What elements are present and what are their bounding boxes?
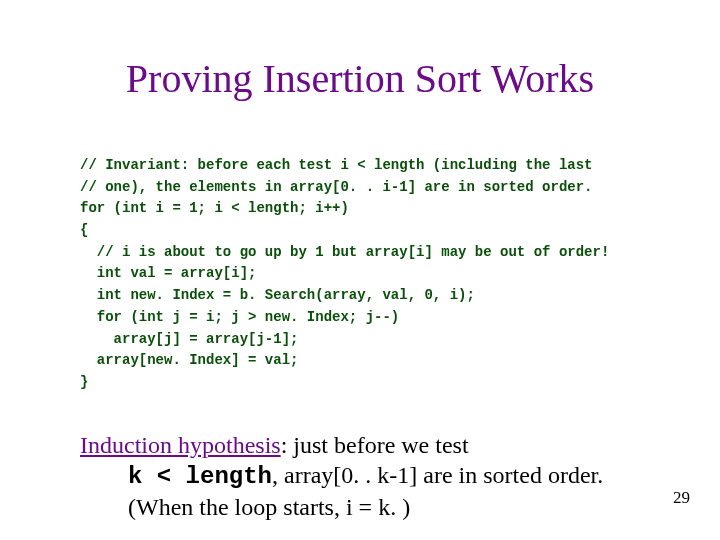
code-line: int val = array[i]; — [80, 265, 256, 281]
code-line: for (int j = i; j > new. Index; j--) — [80, 309, 399, 325]
code-line: // Invariant: before each test i < lengt… — [80, 157, 592, 173]
hypothesis-line2-rest: , array[0. . k-1] are in sorted order. — [272, 462, 603, 488]
code-line: int new. Index = b. Search(array, val, 0… — [80, 287, 475, 303]
code-line: { — [80, 222, 88, 238]
code-line: for (int i = 1; i < length; i++) — [80, 200, 349, 216]
code-line: // one), the elements in array[0. . i-1]… — [80, 179, 592, 195]
slide-number: 29 — [673, 488, 690, 508]
code-line: array[j] = array[j-1]; — [80, 331, 298, 347]
hypothesis-mono: k < length — [128, 463, 272, 490]
code-block: // Invariant: before each test i < lengt… — [80, 155, 660, 394]
slide: Proving Insertion Sort Works // Invarian… — [0, 0, 720, 540]
induction-hypothesis: Induction hypothesis: just before we tes… — [80, 430, 640, 522]
code-line: } — [80, 374, 88, 390]
code-line: // i is about to go up by 1 but array[i]… — [80, 244, 609, 260]
hypothesis-lead: Induction hypothesis — [80, 432, 281, 458]
hypothesis-line3: (When the loop starts, i = k. ) — [80, 492, 640, 522]
hypothesis-text: : just before we test — [281, 432, 469, 458]
slide-title: Proving Insertion Sort Works — [0, 55, 720, 102]
hypothesis-line2: k < length, array[0. . k-1] are in sorte… — [80, 460, 640, 492]
code-line: array[new. Index] = val; — [80, 352, 298, 368]
